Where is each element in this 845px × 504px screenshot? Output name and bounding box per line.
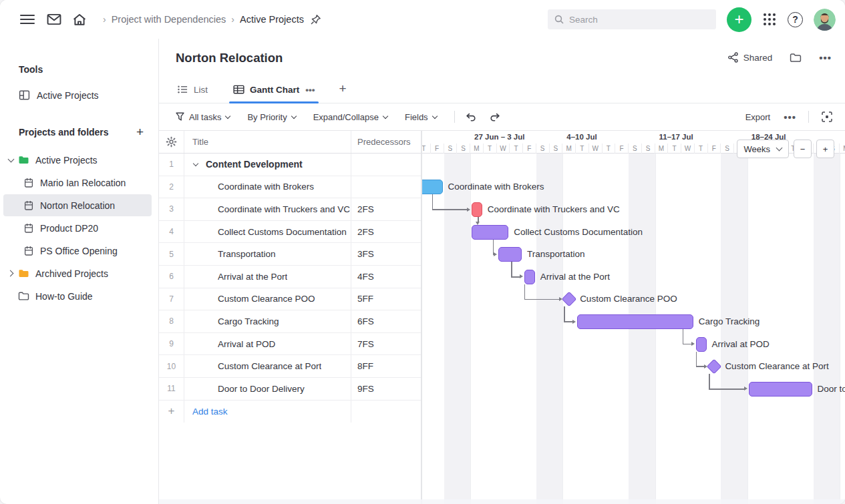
timescale-dropdown[interactable]: Weeks xyxy=(737,140,790,158)
gantt-milestone-custom-clearance-poo[interactable] xyxy=(562,292,577,307)
add-task-row[interactable]: + Add task xyxy=(159,401,421,423)
task-title-cell[interactable]: Arrival at POD xyxy=(184,333,351,355)
gantt-bar-collect-customs-documentation[interactable] xyxy=(472,225,508,240)
undo-button[interactable] xyxy=(466,112,477,122)
user-avatar[interactable] xyxy=(814,9,836,31)
weekend-band xyxy=(457,154,470,504)
shared-button[interactable]: Shared xyxy=(727,52,773,63)
apps-grid-icon[interactable] xyxy=(764,13,776,25)
breadcrumb-item-parent[interactable]: Project with Dependencies xyxy=(112,14,226,25)
task-title-cell[interactable]: Cargo Tracking xyxy=(184,310,351,332)
sidebar-item-archived-projects[interactable]: Archived Projects xyxy=(3,262,152,284)
toolbar-more-icon[interactable]: ••• xyxy=(784,112,796,122)
predecessor-cell[interactable]: 7FS xyxy=(351,333,421,355)
redo-button[interactable] xyxy=(489,112,500,122)
task-table-body: 1Content Development2Coordinate with Bro… xyxy=(159,154,421,401)
tab-options-icon[interactable]: ••• xyxy=(305,85,315,95)
sidebar-item-product-dp20[interactable]: Product DP20 xyxy=(3,217,152,239)
task-title: Arrival at the Port xyxy=(218,272,287,282)
search-input[interactable]: Search xyxy=(548,9,716,29)
task-title-cell[interactable]: Content Development xyxy=(184,154,351,176)
table-row-door-to-door-delivery[interactable]: 11Door to Door Delivery9FS xyxy=(159,378,421,401)
folder-icon[interactable] xyxy=(790,52,802,63)
table-settings-cell[interactable] xyxy=(159,131,184,153)
predecessor-cell[interactable]: 4FS xyxy=(351,266,421,288)
gantt-bar-cargo-tracking[interactable] xyxy=(577,314,693,329)
chevron-down-icon[interactable] xyxy=(194,161,200,168)
sidebar-item-mario-ian-relocation[interactable]: Mario Ian Relocation xyxy=(3,172,152,194)
column-header-title[interactable]: Title xyxy=(184,131,351,153)
inbox-icon[interactable] xyxy=(47,13,61,26)
project-icon xyxy=(23,200,34,211)
chevron-down-icon[interactable] xyxy=(3,159,18,162)
task-title-cell[interactable]: Transportation xyxy=(184,243,351,265)
hamburger-menu-icon[interactable] xyxy=(20,15,35,24)
gantt-milestone-custom-clearance-at-port[interactable] xyxy=(707,359,722,374)
table-row-custom-clearance-poo[interactable]: 7Custom Clearance POO5FF xyxy=(159,288,421,311)
gantt-bar-coordinate-with-truckers-and-vc[interactable] xyxy=(472,202,482,217)
add-view-button[interactable]: + xyxy=(339,81,346,103)
gantt-bar-transportation[interactable] xyxy=(498,247,522,262)
breadcrumb-item-current[interactable]: Active Projects xyxy=(240,14,304,25)
sidebar-section-tools: Tools xyxy=(0,64,154,75)
predecessor-cell[interactable]: 5FF xyxy=(351,288,421,310)
tab-list[interactable]: List xyxy=(176,84,209,103)
zoom-out-button[interactable]: − xyxy=(794,140,812,158)
table-row-cargo-tracking[interactable]: 8Cargo Tracking6FS xyxy=(159,310,421,333)
gantt-bar-coordinate-with-brokers[interactable] xyxy=(422,180,443,194)
dependency-line xyxy=(696,366,705,367)
sidebar-item-ps-office-opening[interactable]: PS Office Opening xyxy=(3,240,152,262)
gantt-bar-door-to-door-delivery[interactable] xyxy=(749,382,812,397)
gantt-bar-arrival-at-the-port[interactable] xyxy=(524,270,535,284)
predecessor-cell[interactable]: 6FS xyxy=(351,310,421,332)
day-header-cell: S xyxy=(721,144,734,154)
predecessor-cell[interactable]: 2FS xyxy=(351,221,421,243)
task-title-cell[interactable]: Coordinate with Brokers xyxy=(184,176,351,198)
expand-collapse-dropdown[interactable]: Expand/Collapse xyxy=(313,112,387,122)
column-header-predecessors[interactable]: Predecessors xyxy=(351,131,421,153)
filter-all-tasks-dropdown[interactable]: All tasks xyxy=(176,112,230,122)
task-title-cell[interactable]: Coordinate with Truckers and VC xyxy=(184,198,351,220)
task-title-cell[interactable]: Arrival at the Port xyxy=(184,266,351,288)
table-row-coordinate-with-truckers-and-vc[interactable]: 3Coordinate with Truckers and VC2FS xyxy=(159,198,421,221)
table-row-collect-customs-documentation[interactable]: 4Collect Customs Documentation2FS xyxy=(159,221,421,244)
predecessor-cell[interactable]: 9FS xyxy=(351,378,421,400)
add-project-button[interactable]: + xyxy=(136,125,144,140)
table-row-content-development[interactable]: 1Content Development xyxy=(159,154,421,176)
sidebar-item-how-to-guide[interactable]: How-to Guide xyxy=(3,285,152,307)
table-row-custom-clearance-at-port[interactable]: 10Custom Clearance at Port8FF xyxy=(159,355,421,378)
task-title-cell[interactable]: Custom Clearance at Port xyxy=(184,355,351,377)
predecessor-cell[interactable]: 8FF xyxy=(351,355,421,377)
task-title: Transportation xyxy=(218,249,276,259)
chevron-right-icon[interactable] xyxy=(3,271,18,276)
table-row-arrival-at-pod[interactable]: 9Arrival at POD7FS xyxy=(159,333,421,356)
pin-icon[interactable] xyxy=(310,14,321,25)
horizontal-scrollbar[interactable] xyxy=(159,499,845,504)
task-title: Cargo Tracking xyxy=(218,316,279,326)
predecessor-cell[interactable]: 3FS xyxy=(351,243,421,265)
fields-dropdown[interactable]: Fields xyxy=(405,112,437,122)
export-button[interactable]: Export xyxy=(745,112,771,122)
home-icon[interactable] xyxy=(72,13,87,27)
tab-gantt-chart[interactable]: Gantt Chart ••• xyxy=(232,84,316,103)
zoom-in-button[interactable]: + xyxy=(816,140,834,158)
gantt-bar-arrival-at-pod[interactable] xyxy=(696,337,707,352)
create-new-button[interactable]: + xyxy=(727,7,751,32)
task-title-cell[interactable]: Door to Door Delivery xyxy=(184,378,351,400)
predecessor-cell[interactable] xyxy=(351,154,421,176)
sidebar-item-active-projects[interactable]: Active Projects xyxy=(3,149,152,171)
predecessor-cell[interactable] xyxy=(351,176,421,198)
sidebar-item-active-projects-tool[interactable]: Active Projects xyxy=(3,84,152,106)
fullscreen-icon[interactable] xyxy=(821,111,833,123)
table-row-arrival-at-the-port[interactable]: 6Arrival at the Port4FS xyxy=(159,266,421,288)
task-title-cell[interactable]: Custom Clearance POO xyxy=(184,288,351,310)
table-row-transportation[interactable]: 5Transportation3FS xyxy=(159,243,421,266)
more-options-icon[interactable]: ••• xyxy=(819,53,832,63)
task-title-cell[interactable]: Collect Customs Documentation xyxy=(184,221,351,243)
predecessor-cell[interactable]: 2FS xyxy=(351,198,421,220)
help-icon[interactable]: ? xyxy=(788,12,803,27)
by-priority-dropdown[interactable]: By Priority xyxy=(247,112,295,122)
sidebar-item-norton-relocation[interactable]: Norton Relocation xyxy=(3,194,152,216)
add-task-button[interactable]: Add task xyxy=(184,401,351,423)
table-row-coordinate-with-brokers[interactable]: 2Coordinate with Brokers xyxy=(159,176,421,199)
